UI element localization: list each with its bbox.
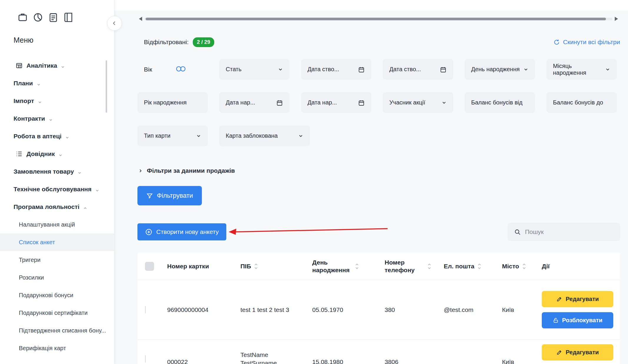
sidebar-item-label: Довідник	[26, 150, 55, 157]
sort-icon[interactable]	[254, 263, 258, 270]
reset-filters-label: Скинути всі фільтри	[563, 39, 620, 46]
col-header-full-name[interactable]: ПІБ	[240, 263, 312, 270]
phone-cell: 380	[385, 306, 444, 313]
col-header-email[interactable]: Ел. пошта	[444, 263, 502, 270]
sidebar-item-robota-v-aptetsi[interactable]: Робота в аптеці	[0, 127, 114, 145]
filter-button-label: Фільтрувати	[157, 192, 193, 200]
chevron-down-icon	[605, 67, 610, 72]
sidebar-item-plany[interactable]: Плани	[0, 74, 114, 92]
scroll-left-arrow-icon[interactable]	[139, 17, 142, 21]
horizontal-scrollbar[interactable]	[139, 16, 618, 21]
create-survey-button[interactable]: Створити нову анкету	[137, 223, 226, 240]
filter-bonus-to-input[interactable]: Баланс бонусів до	[546, 92, 617, 113]
sidebar-item-zamovlennya-tovaru[interactable]: Замовлення товару	[0, 163, 114, 180]
unlock-button[interactable]: Розблокувати	[542, 312, 613, 328]
sidebar-item-dovidnyk[interactable]: Довідник	[0, 145, 114, 163]
filter-birth-date-to[interactable]: Дата нар...	[301, 92, 371, 113]
filter-birth-year-input[interactable]: Рік народження	[137, 92, 208, 113]
sidebar-subitem-veryfikatsiya-kart[interactable]: Верифікація карт	[0, 339, 114, 357]
filter-date-created-from[interactable]: Дата ство...	[301, 59, 371, 80]
chevron-down-icon	[36, 81, 41, 86]
edit-button-label: Редагувати	[566, 296, 599, 302]
filter-row-2: Рік народження Дата нар... Дата нар... У…	[137, 92, 620, 113]
edit-button[interactable]: Редагувати	[542, 344, 613, 360]
scrollbar-track[interactable]	[144, 18, 612, 20]
sort-icon[interactable]	[355, 263, 359, 270]
subitem-label: Розсилки	[19, 274, 44, 281]
full-name-cell: TestName TestSurname	[240, 340, 312, 364]
sidebar-subitem-podarunkovi-sertyfikaty[interactable]: Подарункові сертифікати	[0, 304, 114, 322]
age-range-toggle[interactable]	[174, 65, 189, 74]
row-checkbox[interactable]	[145, 306, 146, 313]
scrollbar-thumb[interactable]	[146, 18, 606, 20]
filter-button[interactable]: Фільтрувати	[137, 186, 202, 205]
sidebar-menu: Аналітика Плани Імпорт Контракти Робота …	[0, 57, 114, 357]
sidebar-item-import[interactable]: Імпорт	[0, 92, 114, 110]
full-name-text: TestName TestSurname	[240, 351, 285, 364]
pie-chart-icon[interactable]	[32, 12, 44, 23]
search-input[interactable]	[525, 228, 614, 235]
edit-button[interactable]: Редагувати	[542, 291, 613, 307]
sidebar-scrollbar[interactable]	[106, 60, 107, 113]
filter-birth-day-select[interactable]: День народження	[465, 59, 535, 80]
sidebar-item-kontrakty[interactable]: Контракти	[0, 110, 114, 127]
reset-filters-link[interactable]: Скинути всі фільтри	[553, 39, 620, 46]
filter-promo-member-select[interactable]: Учасник акції	[383, 92, 453, 113]
filter-bonus-from-input[interactable]: Баланс бонусів від	[465, 92, 535, 113]
calendar-icon	[358, 66, 365, 73]
col-header-birthday[interactable]: День народження	[312, 259, 385, 273]
col-header-phone[interactable]: Номер телефону	[385, 259, 444, 273]
book-icon[interactable]	[63, 12, 74, 23]
field-label: Дата ство...	[389, 66, 421, 73]
sidebar-subitem-trygery[interactable]: Тригери	[0, 251, 114, 269]
row-select-cell	[145, 340, 167, 363]
double-circle-icon	[174, 65, 189, 73]
sales-filters-label: Фільтри за даними продажів	[147, 167, 235, 174]
sidebar-item-tekhnichne-obslugovuvannya[interactable]: Технічне обслуговування	[0, 180, 114, 198]
sidebar-item-label: Аналітика	[26, 62, 57, 69]
top-white-band	[114, 0, 628, 11]
subitem-label: Підтвердження списання бону...	[19, 327, 106, 334]
briefcase-icon[interactable]	[17, 12, 28, 23]
sidebar-item-programa-loyalnosti[interactable]: Програма лояльності	[0, 198, 114, 216]
row-checkbox[interactable]	[145, 355, 146, 363]
sidebar-item-label: Робота в аптеці	[14, 133, 62, 140]
field-label: Місяць народження	[553, 63, 589, 76]
sidebar-item-label: Замовлення товару	[14, 168, 74, 175]
sidebar-subitem-rozsylky[interactable]: Розсилки	[0, 269, 114, 286]
filter-gender-select[interactable]: Стать	[219, 59, 290, 80]
sidebar-subitem-nalashtuvannya-aktsiy[interactable]: Налаштування акцій	[0, 216, 114, 233]
sidebar-subitem-pidtverdzhennya-spysannya[interactable]: Підтвердження списання бону...	[0, 322, 114, 339]
sort-icon[interactable]	[427, 263, 431, 270]
scroll-right-arrow-icon[interactable]	[615, 17, 618, 21]
subitem-label: Подарункові сертифікати	[19, 310, 88, 316]
sort-icon[interactable]	[477, 263, 481, 270]
filter-card-type-select[interactable]: Тип карти	[137, 125, 208, 146]
filter-card-blocked-select[interactable]: Карта заблокована	[219, 125, 310, 146]
filter-birth-date-from[interactable]: Дата нар...	[219, 92, 290, 113]
subitem-label: Налаштування акцій	[19, 221, 75, 228]
funnel-icon	[146, 192, 153, 199]
sort-icon[interactable]	[522, 263, 526, 270]
select-all-checkbox[interactable]	[145, 262, 154, 271]
menu-title: Меню	[14, 36, 114, 44]
card-number-cell: 969000000004	[167, 306, 240, 313]
sidebar-subitem-spysok-anket[interactable]: Список анкет	[0, 233, 114, 251]
sales-filters-expander[interactable]: Фільтри за даними продажів	[138, 167, 235, 174]
filter-date-created-to[interactable]: Дата ство...	[383, 59, 453, 80]
col-header-card-number: Номер картки	[167, 263, 240, 270]
age-filter: Вік	[137, 59, 208, 80]
table-row: 969000000004 test 1 test 2 test 3 05.05.…	[137, 280, 620, 340]
sidebar-item-analityka[interactable]: Аналітика	[0, 57, 114, 74]
filter-birth-month-select[interactable]: Місяць народження	[546, 59, 617, 80]
col-header-city[interactable]: Місто	[502, 263, 542, 270]
surveys-table: Номер картки ПІБ День народження Номер т…	[137, 252, 620, 364]
app-window: Меню Аналітика Плани Імпорт Контракти	[0, 0, 628, 364]
search-box	[508, 223, 620, 241]
lock-open-icon	[553, 317, 559, 323]
filtered-label: Відфільтровані:	[144, 39, 189, 46]
sidebar-collapse-button[interactable]	[107, 16, 122, 31]
subitem-label: Тригери	[19, 257, 41, 263]
sidebar-subitem-podarunkovi-bonusy[interactable]: Подарункові бонуси	[0, 286, 114, 304]
document-icon[interactable]	[48, 12, 59, 23]
